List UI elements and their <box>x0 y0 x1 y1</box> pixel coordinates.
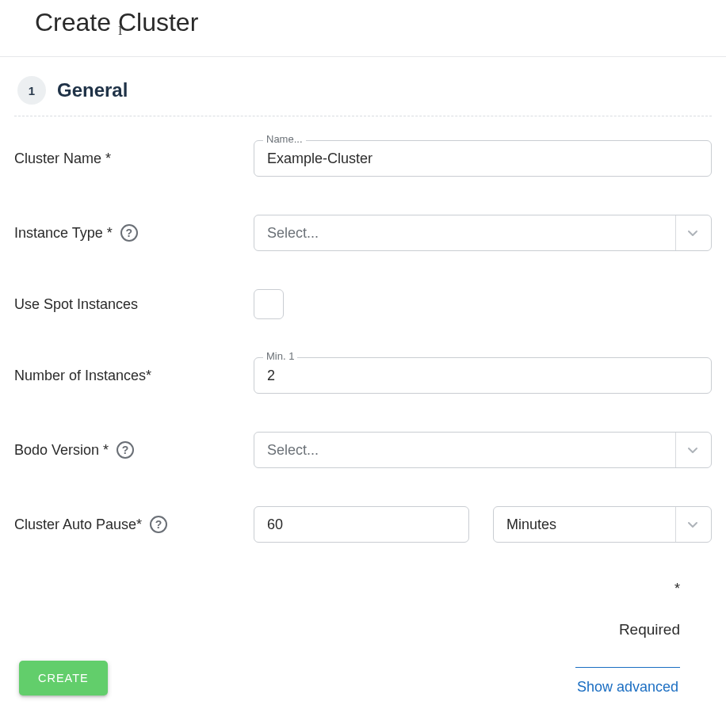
num-instances-float-label: Min. 1 <box>263 350 297 362</box>
use-spot-checkbox[interactable] <box>254 289 284 319</box>
auto-pause-label: Cluster Auto Pause* <box>14 516 142 533</box>
auto-pause-value-input[interactable] <box>254 506 469 543</box>
row-cluster-name: Cluster Name * Name... <box>14 140 712 177</box>
page-title: Create Cluster I <box>0 0 726 56</box>
row-num-instances: Number of Instances* Min. 1 <box>14 357 712 394</box>
show-advanced-link[interactable]: Show advanced <box>575 667 680 696</box>
bodo-version-placeholder: Select... <box>267 442 319 459</box>
required-text: Required <box>575 621 680 638</box>
use-spot-label: Use Spot Instances <box>14 296 138 313</box>
cluster-name-label: Cluster Name * <box>14 151 111 167</box>
auto-pause-unit-value: Minutes <box>506 516 556 533</box>
num-instances-input[interactable] <box>254 357 712 394</box>
chevron-down-icon <box>675 215 698 250</box>
step-number-badge: 1 <box>17 76 46 105</box>
required-asterisk: * <box>575 581 680 597</box>
section-divider <box>14 116 712 116</box>
row-use-spot: Use Spot Instances <box>14 289 712 319</box>
page-title-text: Create Cluster <box>35 8 198 36</box>
chevron-down-icon <box>675 507 698 542</box>
create-button[interactable]: CREATE <box>19 661 108 696</box>
help-icon[interactable]: ? <box>117 441 134 459</box>
row-bodo-version: Bodo Version * ? Select... <box>14 432 712 468</box>
instance-type-select[interactable]: Select... <box>254 215 712 251</box>
instance-type-label: Instance Type * <box>14 225 113 242</box>
help-icon[interactable]: ? <box>120 224 138 242</box>
instance-type-placeholder: Select... <box>267 225 319 242</box>
row-auto-pause: Cluster Auto Pause* ? Minutes <box>14 506 712 543</box>
auto-pause-unit-select[interactable]: Minutes <box>493 506 712 543</box>
chevron-down-icon <box>675 433 698 467</box>
section-title: General <box>57 79 128 101</box>
cluster-name-float-label: Name... <box>263 133 306 145</box>
bodo-version-label: Bodo Version * <box>14 442 109 459</box>
section-header: 1 General <box>14 57 712 114</box>
row-instance-type: Instance Type * ? Select... <box>14 215 712 251</box>
help-icon[interactable]: ? <box>150 516 167 533</box>
bodo-version-select[interactable]: Select... <box>254 432 712 468</box>
num-instances-label: Number of Instances* <box>14 368 151 384</box>
cluster-name-input[interactable] <box>254 140 712 177</box>
text-cursor-icon: I <box>118 24 122 38</box>
